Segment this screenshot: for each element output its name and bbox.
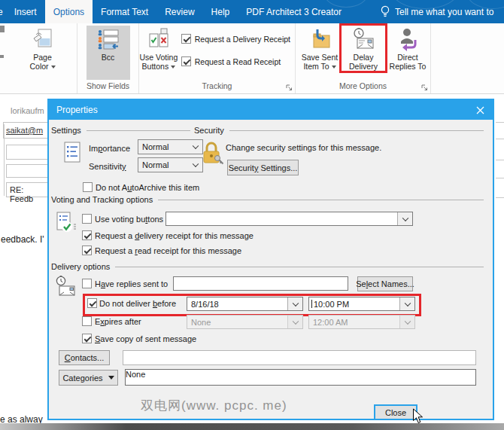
read-receipt-checkbox[interactable] (82, 245, 92, 255)
expires-time-value: 12:00 AM (313, 318, 348, 327)
from-address-fragment: lorikaufm (11, 106, 44, 115)
checkbox-checked-icon[interactable] (181, 56, 191, 66)
tab-help[interactable]: Help (203, 0, 238, 23)
do-not-deliver-label: Do not deliver before (99, 299, 176, 308)
dialog-title: Properties (56, 105, 98, 115)
autoarchive-checkbox[interactable] (83, 182, 93, 192)
ribbon: Page Color (0, 23, 504, 94)
delay-delivery-highlight: Delay Delivery (339, 23, 387, 73)
tab-format-text[interactable]: Format Text (93, 0, 156, 23)
categories-button[interactable]: Categories (59, 370, 118, 386)
checkbox-checked-icon[interactable] (181, 34, 191, 44)
chevron-down-icon (193, 160, 199, 166)
tab-insert[interactable]: Insert (6, 0, 45, 23)
dropdown-caret-icon (108, 376, 114, 380)
delivery-group-label: Delivery options (51, 262, 110, 271)
read-receipt-label: Request a read receipt for this message (95, 246, 241, 255)
bcc-field-fragment[interactable] (6, 164, 48, 178)
delay-delivery-dialog-icon (54, 276, 77, 298)
tracking-dialog-launcher-icon[interactable] (286, 84, 293, 91)
mouse-cursor-icon (412, 408, 424, 425)
voting-group-header: Voting and Tracking options (51, 194, 484, 205)
subject-field-fragment[interactable]: RE: Feedb (6, 182, 48, 197)
categories-field[interactable]: None (125, 369, 476, 386)
security-group-header: Security (194, 125, 484, 136)
page-color-button[interactable]: Page Color (21, 26, 65, 71)
expires-date-dropdown[interactable]: None (187, 315, 303, 329)
use-voting-checkbox[interactable] (82, 214, 92, 224)
save-sent-label: Save Sent (302, 53, 338, 62)
security-lock-icon (202, 141, 224, 166)
page-color-label: Page (33, 53, 52, 62)
save-copy-checkbox[interactable] (82, 334, 92, 343)
sensitivity-value: Normal (142, 160, 169, 169)
contacts-button-label: Contacts... (65, 353, 105, 362)
text-caret (311, 300, 312, 308)
dropdown-arrow-button[interactable] (399, 316, 414, 328)
deliver-time-value: 10:00 PM (314, 300, 349, 309)
to-address-fragment[interactable]: saikat@m (6, 126, 43, 135)
expires-label: Expires after (95, 317, 141, 326)
tab-review[interactable]: Review (156, 0, 202, 23)
use-voting-dropdown[interactable] (165, 212, 413, 226)
deliver-time-dropdown[interactable]: 10:00 PM (308, 297, 415, 311)
sensitivity-dropdown[interactable]: Normal (138, 157, 203, 172)
do-not-deliver-checkbox[interactable] (87, 298, 97, 308)
dropdown-arrow-button[interactable] (399, 297, 414, 310)
ribbon-group-more-options: Save Sent Item To (296, 23, 431, 93)
chevron-down-icon (293, 300, 299, 306)
cc-field-fragment[interactable] (6, 145, 48, 160)
close-button-label: Close (385, 408, 406, 417)
delay-delivery-label: Delay (354, 53, 374, 62)
to-field-fragment[interactable]: saikat@m (3, 122, 48, 139)
have-replies-field[interactable] (173, 276, 348, 291)
dropdown-arrow-button[interactable] (397, 212, 412, 225)
use-voting-buttons-button[interactable]: Use Voting Buttons (139, 26, 178, 71)
bcc-button[interactable]: Bcc (87, 26, 130, 80)
categories-button-label: Categories (62, 374, 102, 383)
expires-checkbox[interactable] (82, 316, 92, 326)
tab-message-fragment[interactable]: e (0, 0, 6, 23)
more-options-dialog-launcher-icon[interactable] (421, 84, 428, 91)
save-sent-icon (308, 28, 331, 52)
expires-time-dropdown[interactable]: 12:00 AM (308, 315, 415, 329)
deliver-date-value: 8/16/18 (191, 300, 219, 309)
show-fields-group-label: Show Fields (77, 81, 138, 93)
contacts-field[interactable] (123, 350, 476, 365)
page-color-icon (32, 28, 54, 52)
dialog-title-bar[interactable]: Properties (49, 100, 493, 120)
ribbon-group-show-fields: Bcc Show Fields (77, 23, 139, 93)
settings-group-header: Settings (51, 125, 190, 136)
categories-value: None (126, 370, 145, 379)
request-delivery-receipt-checkbox-row[interactable]: Request a Delivery Receipt (181, 34, 290, 44)
tab-options[interactable]: Options (45, 0, 93, 23)
deliver-date-dropdown[interactable]: 8/16/18 (187, 297, 303, 311)
close-icon (476, 106, 484, 114)
direct-replies-button[interactable]: Direct Replies To (385, 26, 430, 71)
security-group-label: Security (194, 126, 224, 135)
dialog-close-button[interactable] (467, 100, 493, 120)
dropdown-arrow-button[interactable] (287, 297, 302, 310)
dropdown-arrow-button[interactable] (287, 316, 302, 328)
tracking-group-label: Tracking (139, 81, 295, 93)
save-sent-item-button[interactable]: Save Sent Item To (298, 26, 342, 71)
select-names-button[interactable]: Select Names... (357, 276, 413, 291)
email-body-fragment: eedback. I' (1, 234, 44, 245)
delay-delivery-button[interactable]: Delay Delivery (342, 26, 385, 71)
have-replies-checkbox[interactable] (82, 279, 92, 288)
request-read-receipt-label: Request a Read Receipt (195, 57, 281, 66)
chevron-down-icon (193, 142, 199, 148)
bcc-label: Bcc (102, 53, 115, 62)
select-names-button-label: Select Names... (356, 279, 414, 288)
security-description: Change security settings for this messag… (226, 143, 381, 152)
security-settings-button[interactable]: Security Settings... (227, 160, 299, 175)
dialog-close-action-button[interactable]: Close (374, 404, 417, 420)
contacts-button[interactable]: Contacts... (59, 350, 110, 365)
tell-me-box[interactable]: Tell me what you want to (380, 0, 504, 23)
request-read-receipt-checkbox-row[interactable]: Request a Read Receipt (181, 56, 290, 66)
delivery-receipt-checkbox[interactable] (82, 230, 92, 240)
bg-line (496, 160, 504, 160)
chevron-down-icon (293, 318, 299, 324)
ribbon-tab-bar: e Insert Options Format Text Review Help… (0, 0, 504, 23)
importance-dropdown[interactable]: Normal (138, 139, 203, 154)
